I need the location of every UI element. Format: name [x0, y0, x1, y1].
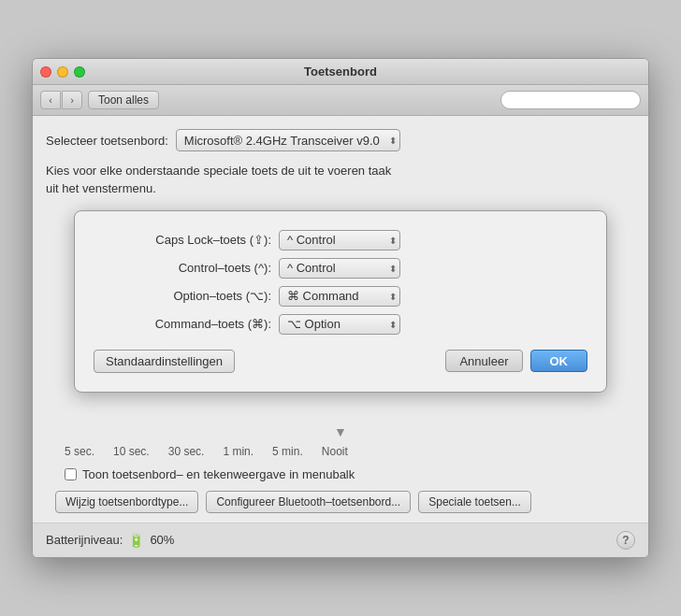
- toon-alles-button[interactable]: Toon alles: [88, 91, 159, 109]
- time-5min: 5 min.: [272, 445, 303, 458]
- nav-buttons: ‹ ›: [40, 91, 82, 109]
- battery-row: Batterijniveau: 🔋 60% ?: [33, 523, 648, 557]
- bottom-section: ▼ 5 sec. 10 sec. 30 sec. 1 min. 5 min. N…: [33, 415, 648, 523]
- caps-lock-row: Caps Lock–toets (⇪): ^ Control ⌥ Option …: [94, 230, 587, 251]
- time-row: 5 sec. 10 sec. 30 sec. 1 min. 5 min. Noo…: [46, 445, 635, 458]
- titlebar: Toetsenbord: [33, 59, 648, 85]
- command-select[interactable]: ⌥ Option ^ Control ⌘ Command ⇧ Shift Gee…: [279, 314, 400, 335]
- close-button[interactable]: [40, 66, 51, 78]
- speciale-button[interactable]: Speciale toetsen...: [418, 491, 531, 513]
- standaardinstellingen-button[interactable]: Standaardinstellingen: [94, 350, 235, 373]
- minimize-button[interactable]: [57, 66, 68, 78]
- caps-lock-label: Caps Lock–toets (⇪):: [94, 233, 271, 247]
- control-select[interactable]: ^ Control ⌥ Option ⌘ Command ⇧ Shift Gee…: [279, 258, 400, 279]
- toolbar: ‹ › Toon alles: [33, 85, 648, 116]
- maximize-button[interactable]: [74, 66, 85, 78]
- menubalk-label: Toon toetsenbord– en tekenweergave in me…: [82, 467, 355, 481]
- caps-lock-select-wrapper: ^ Control ⌥ Option ⌘ Command ⇧ Shift Gee…: [279, 230, 400, 251]
- bottom-buttons: Wijzig toetsenbordtype... Configureer Bl…: [46, 491, 635, 513]
- configureer-button[interactable]: Configureer Bluetooth–toetsenbord...: [206, 491, 411, 513]
- traffic-lights: [40, 66, 85, 78]
- modal-buttons: Standaardinstellingen Annuleer OK: [94, 350, 587, 373]
- command-label: Command–toets (⌘):: [94, 317, 271, 331]
- caps-lock-select[interactable]: ^ Control ⌥ Option ⌘ Command ⇧ Shift Gee…: [279, 230, 400, 251]
- back-button[interactable]: ‹: [40, 91, 61, 109]
- control-label: Control–toets (^):: [94, 261, 271, 275]
- battery-icon: 🔋: [128, 533, 144, 548]
- option-select-wrapper: ⌘ Command ^ Control ⌥ Option ⇧ Shift Gee…: [279, 286, 400, 307]
- main-content: Selecteer toetsenbord: Microsoft® 2.4GHz…: [33, 116, 648, 414]
- search-input[interactable]: [509, 93, 632, 107]
- search-box[interactable]: [500, 91, 641, 109]
- dropdown-arrow: ▼: [46, 424, 635, 439]
- main-window: Toetsenbord ‹ › Toon alles Selecteer toe…: [32, 58, 649, 557]
- battery-percent: 60%: [150, 533, 174, 547]
- option-row: Option–toets (⌥): ⌘ Command ^ Control ⌥ …: [94, 286, 587, 307]
- option-select[interactable]: ⌘ Command ^ Control ⌥ Option ⇧ Shift Gee…: [279, 286, 400, 307]
- command-select-wrapper: ⌥ Option ^ Control ⌘ Command ⇧ Shift Gee…: [279, 314, 400, 335]
- menubalk-checkbox[interactable]: [65, 468, 77, 480]
- help-button[interactable]: ?: [616, 531, 635, 550]
- control-row: Control–toets (^): ^ Control ⌥ Option ⌘ …: [94, 258, 587, 279]
- forward-button[interactable]: ›: [62, 91, 82, 109]
- keyboard-selector-label: Selecteer toetsenbord:: [46, 134, 168, 148]
- keyboard-select[interactable]: Microsoft® 2.4GHz Transceiver v9.0: [176, 129, 400, 151]
- time-nooit: Nooit: [322, 445, 348, 458]
- annuleer-button[interactable]: Annuleer: [445, 350, 522, 372]
- option-label: Option–toets (⌥):: [94, 289, 271, 303]
- window-title: Toetsenbord: [304, 64, 377, 79]
- time-30sec: 30 sec.: [168, 445, 205, 458]
- battery-label: Batterijniveau: 🔋 60%: [46, 533, 174, 548]
- checkbox-row: Toon toetsenbord– en tekenweergave in me…: [46, 467, 635, 481]
- time-1min: 1 min.: [223, 445, 254, 458]
- wijzig-button[interactable]: Wijzig toetsenbordtype...: [55, 491, 198, 513]
- keyboard-select-wrapper: Microsoft® 2.4GHz Transceiver v9.0 // fi…: [176, 129, 400, 151]
- command-row: Command–toets (⌘): ⌥ Option ^ Control ⌘ …: [94, 314, 587, 335]
- description-text: Kies voor elke onderstaande speciale toe…: [46, 163, 635, 196]
- battery-label-text: Batterijniveau:: [46, 533, 123, 547]
- time-10sec: 10 sec.: [113, 445, 150, 458]
- time-5sec: 5 sec.: [65, 445, 94, 458]
- ok-button[interactable]: OK: [530, 350, 588, 372]
- keyboard-selector-row: Selecteer toetsenbord: Microsoft® 2.4GHz…: [46, 129, 635, 151]
- control-select-wrapper: ^ Control ⌥ Option ⌘ Command ⇧ Shift Gee…: [279, 258, 400, 279]
- modal-dialog: Caps Lock–toets (⇪): ^ Control ⌥ Option …: [74, 210, 607, 393]
